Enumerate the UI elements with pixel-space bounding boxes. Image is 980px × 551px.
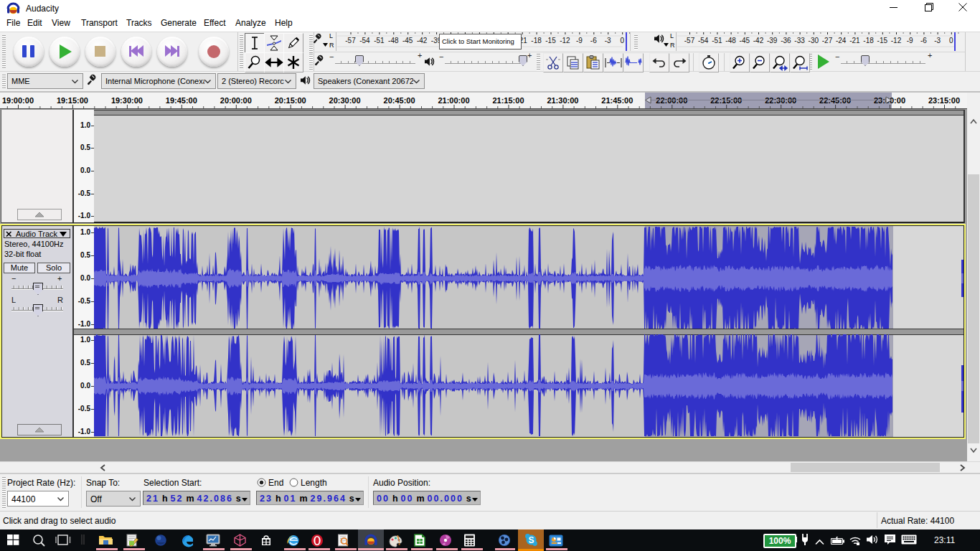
svg-text:S: S — [528, 535, 534, 545]
